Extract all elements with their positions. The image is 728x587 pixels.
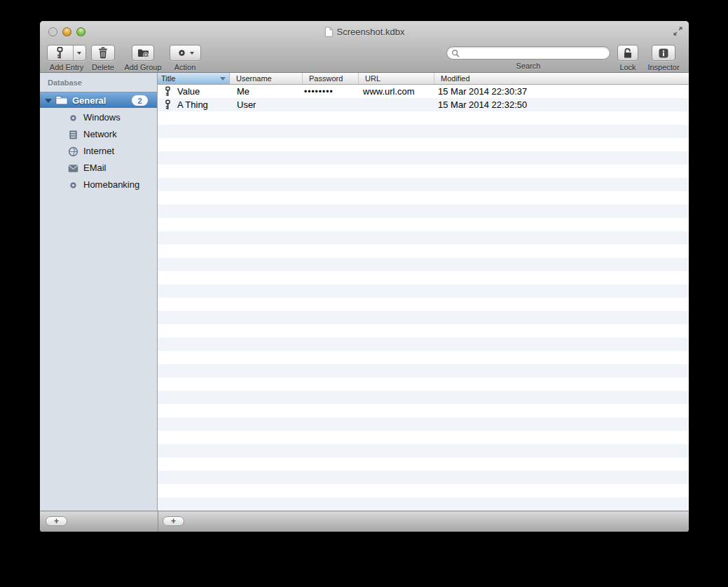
titlebar: Screenshot.kdbx	[40, 25, 689, 38]
table-row[interactable]: A Thing User 15 Mar 2014 22:32:50	[158, 98, 689, 111]
search-field[interactable]	[446, 46, 610, 60]
key-icon	[56, 47, 64, 59]
column-header-modified[interactable]: Modified	[434, 73, 689, 84]
sidebar-item-email[interactable]: EMail	[40, 160, 157, 177]
entry-password-masked	[303, 98, 359, 111]
lock-open-icon	[623, 48, 633, 59]
chevron-down-icon	[190, 52, 194, 55]
server-icon	[68, 130, 78, 140]
app-window: Screenshot.kdbx	[40, 21, 689, 532]
content-area: Database General 2 Windows	[40, 73, 689, 511]
column-header-label: Username	[236, 74, 272, 83]
sidebar-item-internet[interactable]: Internet	[40, 143, 157, 160]
add-group-button[interactable]	[132, 45, 154, 61]
entry-title: A Thing	[177, 99, 208, 110]
entry-title: Value	[177, 86, 200, 97]
bottom-bar-divider	[158, 511, 158, 532]
add-entry-dropdown-segment[interactable]	[74, 46, 85, 60]
search-icon	[451, 49, 460, 57]
info-icon	[658, 48, 669, 59]
sidebar-item-label: Internet	[83, 146, 114, 156]
entry-username: User	[230, 98, 303, 111]
sidebar-item-label: Windows	[83, 112, 121, 123]
add-group-toolbar-item: Add Group	[122, 45, 164, 71]
column-header-username[interactable]: Username	[230, 73, 303, 84]
delete-label: Delete	[90, 63, 116, 71]
search-input[interactable]	[460, 48, 605, 58]
lock-button[interactable]	[617, 45, 638, 61]
sidebar: Database General 2 Windows	[40, 73, 158, 511]
sidebar-item-label: EMail	[83, 163, 107, 173]
column-header-title[interactable]: Title	[158, 73, 230, 84]
envelope-icon	[68, 163, 78, 174]
column-header-label: Modified	[441, 74, 470, 83]
column-header-label: URL	[365, 74, 380, 83]
key-icon	[165, 86, 171, 97]
inspector-label: Inspector	[644, 63, 683, 71]
column-header-label: Password	[309, 74, 343, 83]
entry-password-masked: ••••••••	[303, 85, 359, 98]
column-header-label: Title	[161, 74, 175, 83]
column-header-url[interactable]: URL	[359, 73, 434, 84]
folder-plus-icon	[137, 48, 149, 58]
action-button[interactable]	[170, 45, 201, 61]
gear-icon	[177, 48, 187, 58]
column-header-password[interactable]: Password	[303, 73, 359, 84]
sidebar-item-label: General	[72, 95, 106, 106]
action-toolbar-item: Action	[168, 45, 202, 71]
sidebar-section-header: Database	[40, 73, 157, 87]
add-entry-button[interactable]	[47, 45, 86, 61]
entry-table: Title Username Password URL Modified	[158, 73, 689, 511]
trash-icon	[98, 47, 108, 59]
globe-icon	[68, 146, 78, 157]
add-entry-label: Add Entry	[46, 63, 87, 71]
document-icon	[324, 27, 334, 37]
chevron-down-icon	[77, 52, 81, 55]
table-row[interactable]: Value Me •••••••• www.url.com 15 Mar 201…	[158, 85, 689, 98]
sidebar-item-label: Network	[83, 129, 117, 139]
table-body: Value Me •••••••• www.url.com 15 Mar 201…	[158, 85, 689, 511]
delete-button[interactable]	[91, 45, 115, 61]
lock-toolbar-item: Lock	[614, 45, 641, 71]
lock-label: Lock	[614, 63, 641, 71]
table-header: Title Username Password URL Modified	[158, 73, 689, 85]
window-title: Screenshot.kdbx	[337, 27, 405, 37]
sidebar-item-windows[interactable]: Windows	[40, 109, 157, 126]
add-group-plus-button[interactable]: +	[46, 516, 67, 526]
entry-url	[359, 98, 434, 111]
sidebar-item-label: Homebanking	[83, 179, 139, 190]
bottom-bar: + +	[40, 511, 689, 532]
window-chrome: Screenshot.kdbx	[40, 21, 689, 73]
add-entry-toolbar-item: Add Entry	[46, 45, 87, 71]
sidebar-item-general[interactable]: General 2	[40, 92, 157, 108]
inspector-toolbar-item: Inspector	[644, 45, 683, 71]
sidebar-item-network[interactable]: Network	[40, 126, 157, 143]
fullscreen-icon[interactable]	[673, 26, 683, 36]
action-label: Action	[168, 63, 202, 71]
search-label: Search	[446, 62, 610, 70]
gear-icon	[68, 113, 78, 123]
entry-count-badge: 2	[132, 95, 148, 106]
sidebar-item-homebanking[interactable]: Homebanking	[40, 177, 157, 193]
inspector-button[interactable]	[652, 45, 675, 61]
entry-modified: 15 Mar 2014 22:30:37	[434, 85, 689, 98]
entry-url: www.url.com	[359, 85, 434, 98]
key-icon	[165, 99, 171, 110]
entry-modified: 15 Mar 2014 22:32:50	[434, 98, 689, 111]
gear-icon	[68, 180, 78, 191]
add-entry-plus-button[interactable]: +	[163, 516, 184, 526]
disclosure-triangle-icon[interactable]	[45, 99, 52, 103]
add-group-label: Add Group	[122, 63, 164, 71]
add-entry-main-segment[interactable]	[48, 46, 73, 60]
folder-icon	[55, 95, 68, 105]
delete-toolbar-item: Delete	[90, 45, 116, 71]
sort-descending-icon	[220, 77, 226, 81]
entry-username: Me	[230, 85, 303, 98]
